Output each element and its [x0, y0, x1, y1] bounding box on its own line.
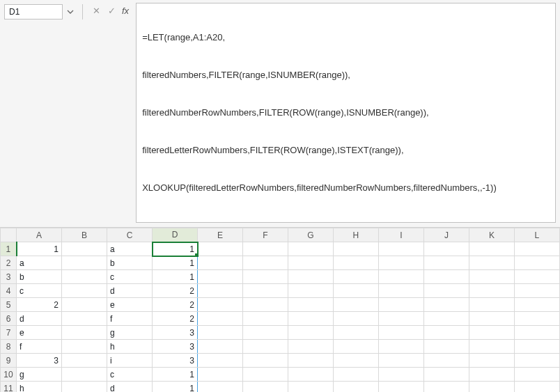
- fx-label[interactable]: fx: [122, 6, 129, 16]
- cell-L5[interactable]: [514, 298, 559, 312]
- cell-K11[interactable]: [469, 382, 514, 393]
- cell-E8[interactable]: [198, 340, 243, 354]
- cell-B3[interactable]: [62, 270, 107, 284]
- cell-H4[interactable]: [333, 284, 378, 298]
- cell-L6[interactable]: [514, 312, 559, 326]
- row-header-11[interactable]: 11: [1, 382, 17, 393]
- cell-A10[interactable]: g: [17, 368, 62, 382]
- name-box-dropdown[interactable]: [65, 5, 75, 19]
- cell-H7[interactable]: [333, 326, 378, 340]
- cell-A5[interactable]: 2: [17, 298, 62, 312]
- cell-D8[interactable]: 3: [153, 340, 198, 354]
- cell-J7[interactable]: [423, 326, 469, 340]
- cell-F8[interactable]: [242, 340, 288, 354]
- cell-K6[interactable]: [469, 312, 514, 326]
- row-header-10[interactable]: 10: [1, 368, 17, 382]
- cell-I5[interactable]: [378, 298, 423, 312]
- select-all-corner[interactable]: [1, 228, 17, 242]
- cell-F1[interactable]: [242, 242, 288, 256]
- cell-J10[interactable]: [423, 368, 469, 382]
- cell-E5[interactable]: [198, 298, 243, 312]
- cell-C10[interactable]: c: [107, 368, 153, 382]
- cell-G6[interactable]: [288, 312, 333, 326]
- cell-C2[interactable]: b: [107, 256, 153, 270]
- cell-H11[interactable]: [333, 382, 378, 393]
- cell-F7[interactable]: [242, 326, 288, 340]
- cell-A7[interactable]: e: [17, 326, 62, 340]
- column-header-E[interactable]: E: [198, 228, 243, 242]
- cell-I1[interactable]: [378, 242, 423, 256]
- row-header-3[interactable]: 3: [1, 270, 17, 284]
- cell-G10[interactable]: [288, 368, 333, 382]
- cell-D7[interactable]: 3: [153, 326, 198, 340]
- cell-J11[interactable]: [423, 382, 469, 393]
- row-header-2[interactable]: 2: [1, 256, 17, 270]
- cell-J4[interactable]: [423, 284, 469, 298]
- cancel-formula-button[interactable]: ✕: [90, 4, 102, 17]
- cell-D11[interactable]: 1: [153, 382, 198, 393]
- cell-A3[interactable]: b: [17, 270, 62, 284]
- cell-B7[interactable]: [62, 326, 107, 340]
- cell-G3[interactable]: [288, 270, 333, 284]
- cell-F11[interactable]: [242, 382, 288, 393]
- cell-D1[interactable]: 1: [153, 242, 198, 256]
- cell-H8[interactable]: [333, 340, 378, 354]
- row-header-7[interactable]: 7: [1, 326, 17, 340]
- cell-G5[interactable]: [288, 298, 333, 312]
- column-header-G[interactable]: G: [288, 228, 333, 242]
- cell-I4[interactable]: [378, 284, 423, 298]
- column-header-J[interactable]: J: [423, 228, 469, 242]
- column-header-H[interactable]: H: [333, 228, 378, 242]
- cell-L2[interactable]: [514, 256, 559, 270]
- cell-A6[interactable]: d: [17, 312, 62, 326]
- cell-B4[interactable]: [62, 284, 107, 298]
- cell-I6[interactable]: [378, 312, 423, 326]
- cell-D2[interactable]: 1: [153, 256, 198, 270]
- cell-B8[interactable]: [62, 340, 107, 354]
- cell-G9[interactable]: [288, 354, 333, 368]
- cell-K1[interactable]: [469, 242, 514, 256]
- cell-F10[interactable]: [242, 368, 288, 382]
- cell-D5[interactable]: 2: [153, 298, 198, 312]
- cell-E6[interactable]: [198, 312, 243, 326]
- cell-G2[interactable]: [288, 256, 333, 270]
- column-header-L[interactable]: L: [514, 228, 559, 242]
- cell-K8[interactable]: [469, 340, 514, 354]
- cell-E7[interactable]: [198, 326, 243, 340]
- row-header-9[interactable]: 9: [1, 354, 17, 368]
- cell-H5[interactable]: [333, 298, 378, 312]
- cell-H6[interactable]: [333, 312, 378, 326]
- cell-G1[interactable]: [288, 242, 333, 256]
- cell-B2[interactable]: [62, 256, 107, 270]
- cell-C4[interactable]: d: [107, 284, 153, 298]
- cell-J3[interactable]: [423, 270, 469, 284]
- column-header-I[interactable]: I: [378, 228, 423, 242]
- cell-B5[interactable]: [62, 298, 107, 312]
- cell-E10[interactable]: [198, 368, 243, 382]
- cell-G11[interactable]: [288, 382, 333, 393]
- cell-H10[interactable]: [333, 368, 378, 382]
- cell-C9[interactable]: i: [107, 354, 153, 368]
- cell-F5[interactable]: [242, 298, 288, 312]
- cell-H3[interactable]: [333, 270, 378, 284]
- cell-E2[interactable]: [198, 256, 243, 270]
- cell-D4[interactable]: 2: [153, 284, 198, 298]
- cell-C3[interactable]: c: [107, 270, 153, 284]
- cell-B9[interactable]: [62, 354, 107, 368]
- cell-B11[interactable]: [62, 382, 107, 393]
- cell-A9[interactable]: 3: [17, 354, 62, 368]
- cell-L8[interactable]: [514, 340, 559, 354]
- cell-F4[interactable]: [242, 284, 288, 298]
- cell-I8[interactable]: [378, 340, 423, 354]
- cell-I2[interactable]: [378, 256, 423, 270]
- cell-E4[interactable]: [198, 284, 243, 298]
- cell-L11[interactable]: [514, 382, 559, 393]
- cell-F3[interactable]: [242, 270, 288, 284]
- cell-L7[interactable]: [514, 326, 559, 340]
- formula-bar[interactable]: =LET(range,A1:A20, filteredNumbers,FILTE…: [136, 3, 556, 223]
- cell-H1[interactable]: [333, 242, 378, 256]
- row-header-1[interactable]: 1: [1, 242, 17, 256]
- cell-B10[interactable]: [62, 368, 107, 382]
- cell-L9[interactable]: [514, 354, 559, 368]
- cell-E11[interactable]: [198, 382, 243, 393]
